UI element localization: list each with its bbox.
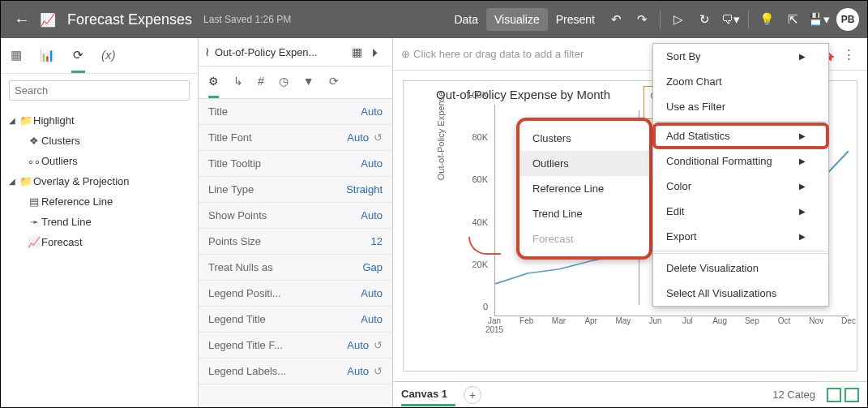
prop-tab-filter-icon[interactable]: ▼ bbox=[303, 73, 314, 98]
ctx-conditional-formatting[interactable]: Conditional Formatting▶ bbox=[653, 148, 828, 174]
x-tick: Jan2015 bbox=[482, 316, 507, 334]
chevron-right-icon: ▶ bbox=[799, 52, 806, 61]
y-axis-label: Out-of-Policy Expense bbox=[436, 91, 446, 179]
viz-name[interactable]: Out-of-Policy Expen... bbox=[215, 46, 347, 58]
tree-reference-line[interactable]: ▤ Reference Line bbox=[24, 191, 193, 212]
prop-value[interactable]: Auto ↺ bbox=[347, 339, 383, 351]
nav-visualize[interactable]: Visualize bbox=[486, 8, 548, 31]
chevron-right-icon: ▶ bbox=[799, 182, 806, 191]
viz-type-icon[interactable]: ≀ bbox=[205, 45, 210, 59]
save-menu-icon[interactable]: 💾▾ bbox=[807, 9, 830, 30]
restore-icon[interactable]: ↺ bbox=[374, 339, 383, 351]
x-tick: Mar bbox=[546, 316, 571, 325]
forecast-icon: 📈 bbox=[27, 236, 41, 248]
prop-row[interactable]: Points Size 12 bbox=[199, 229, 392, 255]
ctx-add-statistics[interactable]: Add Statistics▶ bbox=[653, 123, 828, 148]
tree-outliers[interactable]: ∘∘ Outliers bbox=[24, 151, 193, 171]
comment-icon[interactable]: 🗨▾ bbox=[719, 9, 742, 30]
insight-icon[interactable]: 💡 bbox=[755, 9, 778, 30]
prop-value[interactable]: Auto bbox=[361, 209, 383, 221]
prop-value[interactable]: Straight bbox=[346, 183, 383, 195]
layout-widget-1[interactable] bbox=[827, 388, 841, 402]
y-tick: 0 bbox=[483, 302, 488, 311]
search-input[interactable] bbox=[9, 80, 190, 101]
x-tick: Sep bbox=[740, 316, 764, 325]
menu-outliers[interactable]: Outliers bbox=[520, 151, 649, 176]
tree-forecast[interactable]: 📈 Forecast bbox=[24, 232, 193, 252]
menu-clusters[interactable]: Clusters bbox=[520, 126, 649, 151]
back-button[interactable]: ← bbox=[9, 11, 35, 29]
prop-row[interactable]: Legend Title F... Auto ↺ bbox=[199, 333, 392, 359]
more-icon[interactable]: ⋮ bbox=[838, 47, 859, 62]
menu-trend-line[interactable]: Trend Line bbox=[520, 201, 649, 226]
menu-reference-line[interactable]: Reference Line bbox=[520, 176, 649, 201]
tree-highlight[interactable]: ◢ 📁 Highlight bbox=[6, 110, 193, 131]
ctx-delete-visualization[interactable]: Delete Visualization bbox=[653, 256, 828, 281]
prop-value[interactable]: 12 bbox=[371, 235, 383, 247]
tree-overlay[interactable]: ◢ 📁 Overlay & Projection bbox=[6, 171, 193, 191]
ctx-use-as-filter[interactable]: Use as Filter bbox=[653, 94, 828, 119]
prop-row[interactable]: Legend Positi... Auto bbox=[199, 281, 392, 307]
add-filter-button[interactable]: ⊕ Click here or drag data to add a filte… bbox=[401, 48, 584, 60]
tree-clusters[interactable]: ❖ Clusters bbox=[24, 131, 193, 151]
ctx-zoom-chart[interactable]: Zoom Chart bbox=[653, 69, 828, 94]
nav-present[interactable]: Present bbox=[548, 8, 603, 31]
prop-row[interactable]: Show Points Auto bbox=[199, 203, 392, 229]
redo-icon[interactable]: ↷ bbox=[631, 9, 653, 30]
refresh-icon[interactable]: ↻ bbox=[693, 9, 716, 30]
prop-value[interactable]: Auto ↺ bbox=[347, 365, 383, 377]
undo-icon[interactable]: ↶ bbox=[605, 9, 627, 30]
prop-label: Legend Labels... bbox=[208, 365, 286, 377]
chevron-right-icon: ▶ bbox=[799, 131, 806, 140]
prop-value[interactable]: Auto bbox=[361, 287, 383, 299]
y-tick: 100K bbox=[467, 90, 488, 100]
clusters-icon: ❖ bbox=[27, 135, 41, 147]
folder-icon: 📁 bbox=[19, 175, 33, 187]
play-icon[interactable]: ▷ bbox=[667, 9, 690, 30]
prop-label: Show Points bbox=[208, 209, 267, 221]
prop-tab-analytics-icon[interactable]: ⟳ bbox=[329, 73, 339, 98]
prop-value[interactable]: Auto ↺ bbox=[347, 131, 383, 144]
prop-row[interactable]: Line Type Straight bbox=[199, 177, 392, 203]
prop-value[interactable]: Auto bbox=[361, 157, 383, 170]
prop-label: Title Font bbox=[208, 131, 252, 144]
layout-widget-2[interactable] bbox=[844, 388, 859, 402]
prop-tab-axis-icon[interactable]: ↳ bbox=[233, 73, 243, 98]
prop-row[interactable]: Title Font Auto ↺ bbox=[199, 125, 392, 151]
prop-row[interactable]: Title Auto bbox=[199, 99, 392, 125]
ctx-select-all-visualizations[interactable]: Select All Visualizations bbox=[653, 281, 828, 306]
nav-data[interactable]: Data bbox=[446, 8, 486, 31]
tree-trend-line[interactable]: ➛ Trend Line bbox=[24, 212, 193, 232]
prop-value[interactable]: Gap bbox=[362, 261, 383, 273]
prop-row[interactable]: Legend Title Auto bbox=[199, 307, 392, 333]
ctx-color[interactable]: Color▶ bbox=[653, 174, 828, 199]
restore-icon[interactable]: ↺ bbox=[374, 365, 383, 377]
tab-data-icon[interactable]: ▦ bbox=[9, 45, 24, 73]
avatar[interactable]: PB bbox=[836, 8, 859, 31]
tab-analytics-icon[interactable]: ⟳ bbox=[71, 45, 85, 73]
settings-icon[interactable]: ⏵ bbox=[366, 45, 386, 58]
grid-view-icon[interactable]: ▦ bbox=[347, 45, 366, 58]
tab-bar-icon[interactable]: 📊 bbox=[38, 45, 57, 73]
prop-row[interactable]: Title Tooltip Auto bbox=[199, 151, 392, 177]
prop-tab-general-icon[interactable]: ⚙ bbox=[208, 73, 219, 98]
folder-icon: 📁 bbox=[19, 114, 33, 127]
prop-row[interactable]: Treat Nulls as Gap bbox=[199, 255, 392, 281]
prop-tab-hash-icon[interactable]: # bbox=[258, 73, 264, 98]
prop-tab-clock-icon[interactable]: ◷ bbox=[279, 73, 289, 98]
x-tick: Aug bbox=[708, 316, 732, 325]
prop-value[interactable]: Auto bbox=[361, 313, 383, 325]
tab-variables-icon[interactable]: (x) bbox=[100, 45, 118, 73]
restore-icon[interactable]: ↺ bbox=[374, 131, 383, 144]
ctx-edit[interactable]: Edit▶ bbox=[653, 199, 828, 224]
chevron-right-icon: ▶ bbox=[799, 207, 806, 216]
x-tick: Dec bbox=[836, 316, 861, 325]
canvas-tab[interactable]: Canvas 1 bbox=[401, 388, 455, 406]
export-icon[interactable]: ⇱ bbox=[781, 9, 804, 30]
add-canvas-button[interactable]: + bbox=[464, 386, 481, 404]
prop-value[interactable]: Auto bbox=[361, 105, 383, 118]
ctx-sort-by[interactable]: Sort By▶ bbox=[653, 44, 828, 69]
ctx-export[interactable]: Export▶ bbox=[653, 224, 828, 249]
prop-row[interactable]: Legend Labels... Auto ↺ bbox=[199, 359, 392, 384]
x-tick: Oct bbox=[772, 316, 797, 325]
